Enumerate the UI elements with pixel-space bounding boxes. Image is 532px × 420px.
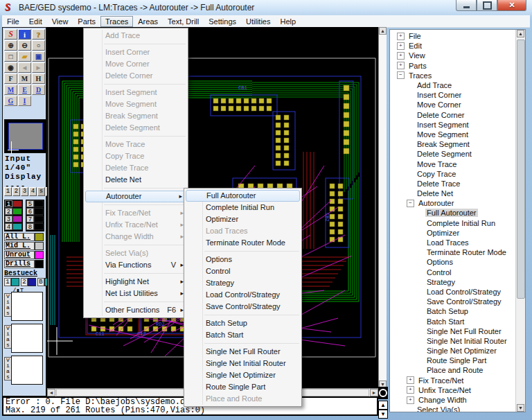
menu-item-via-functions[interactable]: Via FunctionsV▸	[85, 259, 187, 271]
collapse-icon[interactable]: −	[407, 200, 414, 207]
menu-item-move-corner[interactable]: Move Corner	[85, 58, 187, 70]
tree-item-single-net-optimizer[interactable]: Single Net Optimizer	[390, 346, 516, 356]
expand-icon[interactable]: +	[397, 52, 405, 60]
g-key-button[interactable]: G	[4, 96, 17, 106]
tree-item-optimizer[interactable]: Optimizer	[390, 228, 516, 238]
tree-item-file[interactable]: +File	[390, 31, 516, 41]
save-file-button[interactable]: ▣	[32, 51, 45, 62]
tree-item-single-net-full-router[interactable]: Single Net Full Router	[390, 326, 516, 336]
layer-button-s[interactable]: s	[37, 187, 45, 196]
step-back-button[interactable]: ◄	[18, 62, 31, 73]
zoom-down-button[interactable]: ▼	[378, 410, 388, 419]
menu-item-add-trace[interactable]: Add Trace	[85, 30, 187, 42]
tree-item-delete-trace[interactable]: Delete Trace	[390, 179, 516, 189]
menubar-item-parts[interactable]: Parts	[73, 16, 100, 27]
i-key-button[interactable]: I	[18, 96, 31, 106]
vias-box[interactable]: V i a s	[4, 292, 43, 321]
expand-icon[interactable]: +	[407, 396, 414, 404]
tree-item-add-trace[interactable]: Add Trace	[390, 80, 516, 90]
menubar-item-utilities[interactable]: Utilities	[241, 16, 275, 27]
e-key-button[interactable]: E	[18, 85, 31, 95]
menu-item-copy-trace[interactable]: Copy Trace	[85, 150, 187, 162]
tree-item-options[interactable]: Options	[390, 257, 516, 267]
info-button[interactable]: i	[18, 29, 31, 40]
tree-item-place-and-route[interactable]: Place and Route	[390, 365, 516, 375]
menu-item-batch-start[interactable]: Batch Start	[185, 329, 301, 341]
tree-item-break-segment[interactable]: Break Segment	[390, 139, 516, 149]
layer-color-3[interactable]	[12, 216, 22, 222]
layer-color-4[interactable]	[12, 223, 22, 230]
zoom-in-button[interactable]: ⊕	[4, 40, 17, 51]
menu-item-options[interactable]: Options	[185, 254, 301, 265]
layer-row-all-l[interactable]: All L.	[4, 233, 44, 241]
maximize-button[interactable]	[477, 0, 497, 11]
tree-item-fix-trace-net[interactable]: +Fix Trace/Net	[390, 376, 516, 385]
vias-box[interactable]: V i a s	[4, 324, 43, 353]
tree-item-move-trace[interactable]: Move Trace	[390, 159, 516, 168]
menu-item-unfix-trace-net[interactable]: Unfix Trace/Net▸	[85, 219, 187, 231]
tree-scroll-up-icon[interactable]: ▲	[517, 30, 524, 37]
zoom-out-button[interactable]: ⊖	[18, 40, 31, 51]
menu-item-full-autorouter[interactable]: Full Autorouter	[186, 190, 300, 202]
tree-item-insert-segment[interactable]: Insert Segment	[390, 120, 516, 130]
close-button[interactable]: ✕	[497, 0, 526, 11]
menubar-item-text-drill[interactable]: Text, Drill	[163, 16, 204, 27]
menu-item-optimizer[interactable]: Optimizer	[185, 213, 301, 225]
layer-button-2[interactable]: 2	[12, 187, 20, 196]
menu-item-single-net-initial-router[interactable]: Single Net Initial Router	[185, 358, 301, 369]
menu-item-other-functions[interactable]: Other FunctionsF6▸	[85, 304, 187, 316]
step-forward-button[interactable]: ►	[32, 62, 45, 73]
menubar-item-settings[interactable]: Settings	[204, 16, 241, 27]
collapse-icon[interactable]: −	[397, 71, 405, 79]
tree-item-delete-corner[interactable]: Delete Corner	[390, 110, 516, 120]
help-button[interactable]: ?	[32, 29, 45, 40]
menu-item-delete-corner[interactable]: Delete Corner	[85, 70, 187, 82]
layer-button-4[interactable]: 4	[29, 187, 37, 196]
menu-item-terminate-router-mode[interactable]: Terminate Router Mode	[185, 237, 301, 249]
menu-item-break-segment[interactable]: Break Segment	[85, 110, 187, 122]
m2-key-button[interactable]: M	[4, 85, 17, 95]
tree-item-batch-start[interactable]: Batch Start	[390, 316, 516, 326]
menu-item-load-control-strategy[interactable]: Load Control/Strategy	[185, 289, 301, 301]
menubar-item-areas[interactable]: Areas	[133, 16, 163, 27]
tree-scroll-down-icon[interactable]: ▼	[517, 404, 524, 412]
mouse-tool-button[interactable]: ◉	[4, 62, 17, 73]
tree-item-load-traces[interactable]: Load Traces	[390, 238, 516, 247]
tree-item-delete-segment[interactable]: Delete Segment	[390, 149, 516, 159]
h-key-button[interactable]: H	[32, 73, 45, 84]
tree-item-insert-corner[interactable]: Insert Corner	[390, 90, 516, 100]
layer-button-1[interactable]: 1	[4, 187, 12, 196]
pan-origin-button[interactable]	[378, 387, 388, 399]
menu-item-delete-net[interactable]: Delete Net	[85, 174, 187, 186]
tree-item-select-via-s[interactable]: Select Via(s)	[390, 405, 516, 412]
menu-item-change-width[interactable]: Change Width▸	[85, 231, 187, 243]
f-key-button[interactable]: F	[4, 73, 17, 84]
menu-item-load-traces[interactable]: Load Traces	[185, 225, 301, 237]
layer-color-2[interactable]	[12, 208, 22, 215]
menubar-item-edit[interactable]: Edit	[24, 16, 47, 27]
layer-row-unrout[interactable]: Unrout	[4, 251, 44, 259]
open-file-button[interactable]: ▰	[18, 51, 31, 62]
tree-item-batch-setup[interactable]: Batch Setup	[390, 306, 516, 316]
tree-item-single-net-initial-router[interactable]: Single Net Initial Router	[390, 336, 516, 346]
menu-item-fix-trace-net[interactable]: Fix Trace/Net▸	[85, 207, 187, 219]
canvas-vertical-scrollbar[interactable]: ▲ ▼	[378, 27, 387, 388]
tree-scrollbar[interactable]: ▲ ▼	[515, 30, 525, 412]
expand-icon[interactable]: +	[407, 386, 414, 394]
menu-item-insert-segment[interactable]: Insert Segment	[85, 87, 187, 98]
tree-item-load-control-strategy[interactable]: Load Control/Strategy	[390, 287, 516, 297]
menu-item-delete-trace[interactable]: Delete Trace	[85, 162, 187, 174]
tree-item-autorouter[interactable]: −Autorouter	[390, 198, 516, 208]
layer-color-6[interactable]	[34, 208, 44, 215]
tree-item-control[interactable]: Control	[390, 268, 516, 277]
scroll-left-icon[interactable]: ◄	[47, 389, 55, 396]
layer-row-mid-l[interactable]: Mid L.	[4, 242, 44, 250]
expand-icon[interactable]: +	[397, 33, 405, 40]
menubar-item-traces[interactable]: Traces	[100, 16, 133, 27]
scroll-right-icon[interactable]: ►	[370, 389, 378, 396]
menu-item-control[interactable]: Control	[185, 265, 301, 277]
expand-icon[interactable]: +	[397, 62, 405, 69]
menu-item-single-net-optimizer[interactable]: Single Net Optimizer	[185, 369, 301, 381]
tree-item-traces[interactable]: −Traces	[390, 71, 516, 80]
minimize-button[interactable]	[456, 0, 477, 11]
